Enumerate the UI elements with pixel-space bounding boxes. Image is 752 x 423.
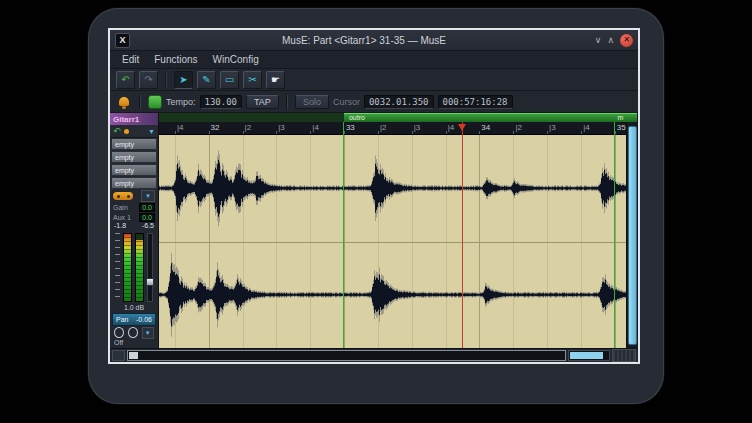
stereo-toggle[interactable]	[113, 192, 133, 200]
zoom-slider-fill	[570, 352, 603, 359]
resize-grip[interactable]	[612, 349, 636, 362]
app-icon: X	[115, 33, 130, 48]
ruler-tick-label: |4	[312, 123, 319, 133]
pencil-tool-button[interactable]: ✎	[197, 71, 216, 89]
horizontal-scrollbar[interactable]	[127, 350, 566, 361]
ruler-tick-label: |3	[278, 123, 285, 133]
ruler-tickmark	[209, 131, 210, 134]
ruler-tickmark	[513, 131, 514, 134]
routing-dropdown-icon[interactable]: ▼	[141, 190, 155, 202]
automation-dropdown-icon[interactable]: ▼	[142, 327, 154, 339]
ruler-tick-label: 33	[346, 123, 355, 133]
bottom-scroll-area	[110, 348, 638, 362]
ruler-tickmark	[243, 131, 244, 134]
window-title: MusE: Part <Gitarr1> 31-35 — MusE	[150, 35, 578, 46]
zoom-slider[interactable]	[568, 350, 610, 361]
wave-area[interactable]	[159, 135, 626, 348]
monitor-button[interactable]	[128, 327, 138, 338]
redo-button[interactable]: ↷	[139, 71, 158, 89]
gain-value[interactable]: 0.0	[139, 203, 155, 212]
meter-left	[123, 233, 132, 302]
ruler-tickmark	[276, 131, 277, 134]
toolbar-separator	[165, 73, 167, 87]
aux-row: Aux 1 0.0	[110, 212, 158, 222]
ruler-tickmark	[412, 131, 413, 134]
vertical-scrollbar[interactable]	[626, 113, 638, 348]
off-label: Off	[110, 339, 158, 348]
aux-value[interactable]: 0.0	[139, 213, 155, 222]
horizontal-scrollbar-thumb[interactable]	[129, 352, 138, 359]
ruler-tick-label: 34	[481, 123, 490, 133]
power-button[interactable]	[114, 327, 124, 338]
audition-bell-icon[interactable]	[119, 97, 129, 106]
waveform-display	[159, 135, 626, 348]
part-stack-item[interactable]: empty	[111, 151, 157, 163]
gain-label: Gain	[113, 204, 128, 211]
meter-scale	[115, 233, 120, 302]
part-dropdown-icon[interactable]: ▼	[148, 128, 155, 135]
menubar: Edit Functions WinConfig	[110, 51, 638, 69]
left-locator-line	[343, 122, 344, 348]
meter-right	[135, 233, 144, 302]
marker-outro[interactable]	[344, 113, 637, 122]
playhead-marker-icon[interactable]	[458, 124, 466, 131]
ruler-tickmark	[446, 131, 447, 134]
pointer-tool-button[interactable]: ➤	[174, 71, 193, 89]
tempo-led-icon[interactable]	[148, 95, 162, 109]
part-stack-item[interactable]: empty	[111, 164, 157, 176]
pan-value: -0.06	[136, 316, 152, 323]
channel-button-row: ▼	[110, 326, 158, 339]
part-stack-item[interactable]: empty	[111, 138, 157, 150]
timeline-ruler[interactable]: |432|2|3|433|2|3|434|2|3|435	[159, 122, 626, 135]
pan-slider[interactable]: Pan -0.06	[112, 313, 156, 326]
fader-value: 1.0 dB	[110, 304, 158, 313]
toolbar-separator	[139, 95, 141, 109]
solo-button[interactable]: Solo	[295, 95, 329, 109]
pan-tool-button[interactable]: ☛	[266, 71, 285, 89]
peak-readout-row: -1.8 -6.5	[110, 222, 158, 231]
menu-functions[interactable]: Functions	[154, 54, 197, 65]
cursor-label: Cursor	[333, 97, 360, 107]
tempo-value-field[interactable]: 130.00	[200, 95, 243, 109]
aux-label: Aux 1	[113, 214, 131, 221]
channel-toggle-row: ▼	[110, 190, 158, 202]
ruler-tick-label: 35	[617, 123, 626, 133]
level-meter-area	[110, 231, 158, 304]
playhead-line[interactable]	[462, 122, 463, 348]
ruler-tick-label: |2	[380, 123, 387, 133]
ruler-tick-label: |2	[515, 123, 522, 133]
tempo-label: Tempo:	[166, 97, 196, 107]
tap-button[interactable]: TAP	[246, 95, 279, 109]
editor-main-area: Gitarr1 ↶ ▼ empty empty empty empty ▼	[110, 113, 638, 348]
part-stack-item[interactable]: empty	[111, 177, 157, 189]
volume-fader[interactable]	[147, 233, 153, 302]
peak-value-right: -6.5	[142, 222, 154, 231]
ruler-tick-label: |3	[549, 123, 556, 133]
close-button[interactable]: ✕	[620, 34, 633, 47]
menu-edit[interactable]: Edit	[122, 54, 139, 65]
part-name-header[interactable]: Gitarr1	[110, 113, 158, 125]
transport-toolbar: Tempo: 130.00 TAP Solo Cursor 0032.01.35…	[110, 91, 638, 113]
shade-button[interactable]: ∨	[595, 34, 602, 46]
ruler-tickmark	[378, 131, 379, 134]
marker-outro-label: outro	[349, 113, 365, 122]
maximize-button[interactable]: ∧	[607, 34, 614, 46]
gain-row: Gain 0.0	[110, 202, 158, 212]
device-frame: X MusE: Part <Gitarr1> 31-35 — MusE ∨ ∧ …	[88, 8, 664, 404]
ruler-tick-label: |4	[177, 123, 184, 133]
prev-part-icon[interactable]: ↶	[113, 127, 121, 136]
ruler-tick-label: |4	[583, 123, 590, 133]
vertical-scrollbar-thumb[interactable]	[628, 126, 637, 345]
menu-winconfig[interactable]: WinConfig	[213, 54, 259, 65]
ruler-tick-label: 32	[211, 123, 220, 133]
record-dot-icon[interactable]	[124, 129, 129, 134]
scissors-tool-button[interactable]: ✂	[243, 71, 262, 89]
edit-toolbar: ↶↷➤✎▭✂☛	[110, 69, 638, 91]
titlebar[interactable]: X MusE: Part <Gitarr1> 31-35 — MusE ∨ ∧ …	[110, 30, 638, 51]
toolbar-separator	[286, 95, 288, 109]
muse-window: X MusE: Part <Gitarr1> 31-35 — MusE ∨ ∧ …	[108, 28, 640, 364]
undo-button[interactable]: ↶	[116, 71, 135, 89]
marker-bar[interactable]: outro m	[159, 113, 637, 122]
hscroll-left-box[interactable]	[112, 350, 125, 361]
eraser-tool-button[interactable]: ▭	[220, 71, 239, 89]
